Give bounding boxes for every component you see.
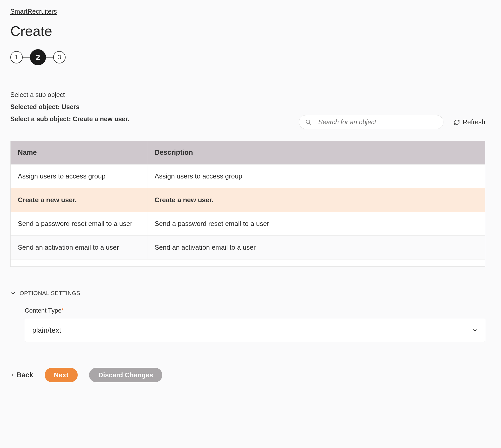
step-line [46,57,53,58]
cell-description: Assign users to access group [147,165,485,188]
table-row[interactable]: Send a password reset email to a userSen… [11,212,485,235]
optional-settings-toggle[interactable]: OPTIONAL SETTINGS [10,290,485,297]
breadcrumb-link[interactable]: SmartRecruiters [10,8,57,15]
back-label: Back [17,371,33,379]
refresh-button[interactable]: Refresh [454,118,485,126]
table-row[interactable]: Assign users to access groupAssign users… [11,164,485,188]
search-input[interactable] [318,118,437,126]
cell-description: Create a new user. [147,188,485,212]
content-type-value: plain/text [32,326,61,335]
page-title: Create [10,23,485,39]
cell-name: Create a new user. [11,188,147,212]
cell-name: Assign users to access group [11,165,147,188]
stepper: 1 2 3 [10,49,485,65]
sub-object-value: Create a new user. [73,115,130,123]
table-row[interactable]: Create a new user.Create a new user. [11,188,485,212]
step-3[interactable]: 3 [53,51,66,63]
selected-object-prefix: Selected object: [10,103,62,110]
discard-button[interactable]: Discard Changes [89,368,162,382]
sub-object-prefix: Select a sub object: [10,115,73,123]
table-row[interactable]: Send an activation email to a userSend a… [11,235,485,259]
select-sub-object-label: Select a sub object [10,91,485,99]
optional-settings-label: OPTIONAL SETTINGS [20,290,80,297]
chevron-down-icon [472,328,478,333]
chevron-down-icon [10,290,16,296]
table-header-row: Name Description [11,141,485,164]
cell-name: Send an activation email to a user [11,236,147,259]
svg-line-1 [309,123,311,125]
step-line [23,57,30,58]
back-button[interactable]: Back [10,371,33,379]
selected-object-line: Selected object: Users [10,103,485,111]
step-2[interactable]: 2 [30,49,46,65]
refresh-icon [454,119,460,125]
cell-description: Send an activation email to a user [147,236,485,259]
selected-object-value: Users [62,103,80,110]
step-1[interactable]: 1 [10,51,23,63]
chevron-left-icon [10,372,14,378]
header-name: Name [11,141,147,164]
refresh-label: Refresh [463,118,485,126]
content-type-select[interactable]: plain/text [25,319,485,342]
svg-point-0 [306,120,310,124]
table-footer [11,259,485,266]
objects-table: Name Description Assign users to access … [10,141,485,267]
search-icon [305,119,312,125]
header-description: Description [147,141,485,164]
cell-name: Send a password reset email to a user [11,212,147,235]
search-box[interactable] [299,115,443,129]
next-button[interactable]: Next [45,368,78,382]
content-type-label: Content Type* [25,307,485,314]
required-mark: * [61,307,64,314]
cell-description: Send a password reset email to a user [147,212,485,235]
